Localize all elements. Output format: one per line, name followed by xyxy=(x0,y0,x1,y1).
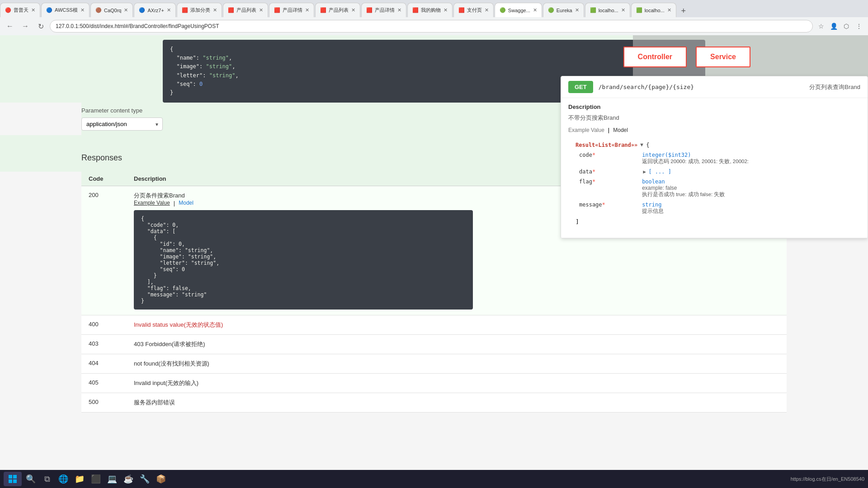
tab-favicon-1: 🔵 xyxy=(46,7,52,14)
taskbar-files[interactable]: 📁 xyxy=(72,472,87,486)
desc-text: 不带分页搜索Brand xyxy=(568,114,860,122)
table-row-400: 400 Invalid status value(无效的状态值) xyxy=(81,315,787,335)
ex-separator: | xyxy=(608,127,609,133)
browser-chrome: 🔴 普普天 ✕ 🔵 AWCSS模 ✕ 🟤 CaQ0rq ✕ 🔵 AXrz7+ ✕… xyxy=(0,0,868,35)
taskbar-taskview[interactable]: ⧉ xyxy=(40,472,54,486)
back-button[interactable]: ← xyxy=(4,20,16,33)
forward-button[interactable]: → xyxy=(19,20,32,33)
profile-icon[interactable]: 👤 xyxy=(828,21,839,32)
tab-close-10[interactable]: ✕ xyxy=(485,7,489,13)
model-link-200[interactable]: Model xyxy=(179,200,193,206)
tab-favicon-6: 🟥 xyxy=(274,7,280,14)
get-description: Description 不带分页搜索Brand Example Value | … xyxy=(561,98,868,238)
tab-4[interactable]: 🟥 添加分类 ✕ xyxy=(177,3,222,17)
taskbar-terminal[interactable]: ⬛ xyxy=(89,472,103,486)
tab-close-5[interactable]: ✕ xyxy=(259,7,263,13)
address-icons: ☆ 👤 ⬡ ⋮ xyxy=(816,21,864,32)
tab-label-3: AXrz7+ xyxy=(147,8,164,13)
tab-close-2[interactable]: ✕ xyxy=(124,7,128,13)
svg-rect-0 xyxy=(9,475,12,479)
address-text: 127.0.0.1:500/dist/index.html#/BrandCont… xyxy=(56,23,219,29)
taskbar-right: https://blog.cs在日/en_EN508540 xyxy=(791,476,864,483)
tab-bar: 🔴 普普天 ✕ 🔵 AWCSS模 ✕ 🟤 CaQ0rq ✕ 🔵 AXrz7+ ✕… xyxy=(0,0,868,17)
tab-2[interactable]: 🟤 CaQ0rq ✕ xyxy=(90,3,133,17)
tab-close-12[interactable]: ✕ xyxy=(575,7,579,13)
tab-favicon-2: 🟤 xyxy=(95,7,102,14)
tab-close-11[interactable]: ✕ xyxy=(533,7,537,13)
tab-close-3[interactable]: ✕ xyxy=(167,7,171,13)
model-row-code: code* integer($int32) 返回状态码 20000: 成功, 2… xyxy=(576,150,853,167)
code-line-2: "name": "string", xyxy=(170,54,698,62)
row-desc-405: Invalid input(无效的输入) xyxy=(134,379,779,387)
tab-close-9[interactable]: ✕ xyxy=(443,7,448,13)
tab-favicon-14: 🟩 xyxy=(636,7,642,14)
extensions-icon[interactable]: ⬡ xyxy=(841,21,852,32)
tab-10[interactable]: 🟥 支付页 ✕ xyxy=(453,3,494,17)
row-desc-403: 403 Forbidden(请求被拒绝) xyxy=(134,340,779,348)
get-summary: 分页列表查询Brand xyxy=(809,83,860,91)
tab-favicon-3: 🔵 xyxy=(139,7,145,14)
tab-label-10: 支付页 xyxy=(467,7,482,14)
tab-6[interactable]: 🟥 产品详情 ✕ xyxy=(269,3,314,17)
tab-close-4[interactable]: ✕ xyxy=(213,7,217,13)
response-200-code: { "code": 0, "data": [ { "id": 0, "name"… xyxy=(134,210,473,310)
ex-model-active[interactable]: Model xyxy=(613,127,628,133)
param-content-type-select[interactable]: application/json xyxy=(81,117,163,131)
tab-favicon-12: 🟢 xyxy=(548,7,554,14)
tab-close-0[interactable]: ✕ xyxy=(31,7,35,13)
tab-label-14: localho... xyxy=(645,8,665,13)
taskbar-misc1[interactable]: 🔧 xyxy=(137,472,152,486)
tab-close-7[interactable]: ✕ xyxy=(351,7,355,13)
tab-label-13: localho... xyxy=(599,8,618,13)
tab-close-8[interactable]: ✕ xyxy=(397,7,401,13)
taskbar-ide[interactable]: 💻 xyxy=(105,472,119,486)
table-row-403: 403 403 Forbidden(请求被拒绝) xyxy=(81,335,787,354)
tab-label-11: Swagge... xyxy=(508,8,530,13)
more-icon[interactable]: ⋮ xyxy=(854,21,864,32)
tab-label-7: 产品列表 xyxy=(329,7,349,14)
tab-8[interactable]: 🟥 产品详情 ✕ xyxy=(361,3,406,17)
tab-favicon-11: 🟢 xyxy=(500,7,506,14)
model-row-message: message* string 提示信息 xyxy=(576,200,853,216)
row-code-500: 500 xyxy=(89,399,134,407)
tab-12[interactable]: 🟢 Eureka ✕ xyxy=(543,3,584,17)
result-close-bracket: ] xyxy=(576,216,853,227)
tab-11[interactable]: 🟢 Swagge... ✕ xyxy=(495,3,542,17)
taskbar-chrome[interactable]: 🌐 xyxy=(56,472,71,486)
tab-close-1[interactable]: ✕ xyxy=(80,7,85,13)
tab-add-button[interactable]: + xyxy=(677,5,690,17)
taskbar-java[interactable]: ☕ xyxy=(121,472,136,486)
model-row-flag: flag* boolean example: false 执行是否成功 true… xyxy=(576,177,853,200)
result-bracket: { xyxy=(646,141,650,148)
tab-5[interactable]: 🟥 产品列表 ✕ xyxy=(223,3,268,17)
row-code-200: 200 xyxy=(89,192,134,310)
taskbar-search[interactable]: 🔍 xyxy=(24,472,38,486)
model-table: code* integer($int32) 返回状态码 20000: 成功, 2… xyxy=(576,150,853,216)
address-input[interactable]: 127.0.0.1:500/dist/index.html#/BrandCont… xyxy=(50,20,813,33)
data-expand-arrow[interactable]: ► xyxy=(642,169,647,174)
tab-3[interactable]: 🔵 AXrz7+ ✕ xyxy=(134,3,175,17)
controller-button[interactable]: Controller xyxy=(623,47,687,67)
tab-favicon-8: 🟥 xyxy=(366,7,373,14)
bookmark-icon[interactable]: ☆ xyxy=(816,21,826,32)
tab-favicon-7: 🟥 xyxy=(320,7,326,14)
tab-13[interactable]: 🟩 localho... ✕ xyxy=(585,3,630,17)
tab-label-0: 普普天 xyxy=(14,7,28,14)
tab-7[interactable]: 🟥 产品列表 ✕ xyxy=(315,3,360,17)
start-button[interactable] xyxy=(4,472,22,486)
reload-button[interactable]: ↻ xyxy=(34,20,47,33)
tab-14[interactable]: 🟩 localho... ✕ xyxy=(631,3,676,17)
tab-1[interactable]: 🔵 AWCSS模 ✕ xyxy=(41,3,90,17)
tab-close-6[interactable]: ✕ xyxy=(305,7,309,13)
service-button[interactable]: Service xyxy=(696,47,750,67)
example-value-link-200[interactable]: Example Value xyxy=(134,200,170,206)
btn-panel: Controller Service xyxy=(623,47,750,67)
desc-title: Description xyxy=(568,103,860,110)
taskbar-misc2[interactable]: 📦 xyxy=(154,472,168,486)
tab-close-13[interactable]: ✕ xyxy=(621,7,625,13)
expand-arrow[interactable]: ▼ xyxy=(640,142,643,148)
tab-0[interactable]: 🔴 普普天 ✕ xyxy=(0,3,40,17)
tab-close-14[interactable]: ✕ xyxy=(667,7,671,13)
tab-9[interactable]: 🟥 我的购物 ✕ xyxy=(407,3,453,17)
tab-label-5: 产品列表 xyxy=(236,7,256,14)
